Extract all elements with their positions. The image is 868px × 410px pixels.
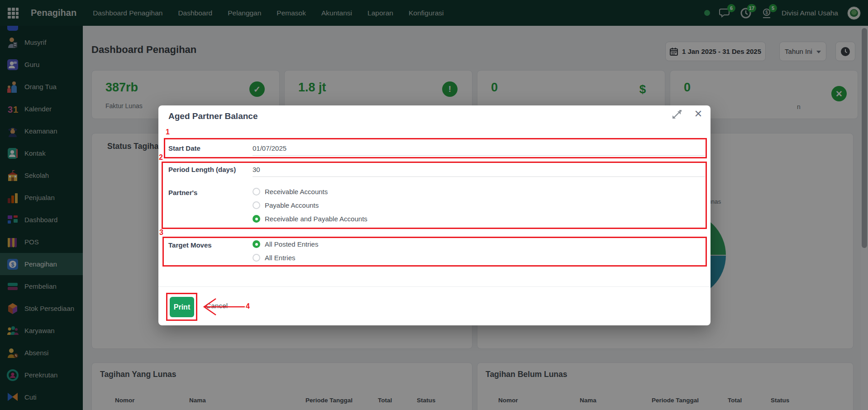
period-length-input[interactable]: 30 — [253, 165, 705, 177]
cancel-link[interactable]: Cancel — [206, 302, 228, 310]
radio-all-posted-entries[interactable]: All Posted Entries — [253, 240, 318, 248]
app-root: Penagihan Dashboard Penagihan Dashboard … — [0, 0, 868, 410]
partners-radio-group: Receivable Accounts Payable Accounts Rec… — [253, 188, 367, 223]
radio-receivable-and-payable-accounts[interactable]: Receivable and Payable Accounts — [253, 215, 367, 223]
radio-unselected-icon[interactable] — [253, 188, 260, 195]
aged-partner-balance-modal: Aged Partner Balance ✕ Start Date 01/07/… — [158, 105, 711, 325]
radio-unselected-icon[interactable] — [253, 201, 260, 209]
period-length-label: Period Length (days) — [168, 165, 253, 173]
annotation-number-3: 3 — [159, 229, 163, 237]
modal-title: Aged Partner Balance — [168, 111, 258, 121]
target-moves-label: Target Moves — [168, 240, 253, 249]
print-button[interactable]: Print — [170, 297, 194, 317]
annotation-number-1: 1 — [166, 128, 170, 136]
radio-selected-icon[interactable] — [253, 240, 260, 248]
radio-all-entries[interactable]: All Entries — [253, 254, 318, 262]
target-moves-radio-group: All Posted Entries All Entries — [253, 240, 318, 262]
radio-receivable-accounts[interactable]: Receivable Accounts — [253, 188, 367, 195]
annotation-number-2: 2 — [159, 153, 163, 162]
expand-icon[interactable] — [671, 109, 682, 121]
radio-payable-accounts[interactable]: Payable Accounts — [253, 201, 367, 209]
radio-unselected-icon[interactable] — [253, 254, 260, 262]
radio-selected-icon[interactable] — [253, 215, 260, 223]
partners-row: Partner's Receivable Accounts Payable Ac… — [168, 188, 705, 223]
modal-footer: Print Cancel — [158, 286, 711, 325]
period-length-row: Period Length (days) 30 — [168, 165, 705, 177]
start-date-label: Start Date — [168, 143, 253, 152]
target-moves-row: Target Moves All Posted Entries All Entr… — [168, 240, 705, 262]
start-date-input[interactable]: 01/07/2025 — [253, 143, 705, 156]
close-icon[interactable]: ✕ — [692, 107, 705, 121]
partners-label: Partner's — [168, 188, 253, 196]
start-date-row: Start Date 01/07/2025 — [168, 143, 705, 156]
